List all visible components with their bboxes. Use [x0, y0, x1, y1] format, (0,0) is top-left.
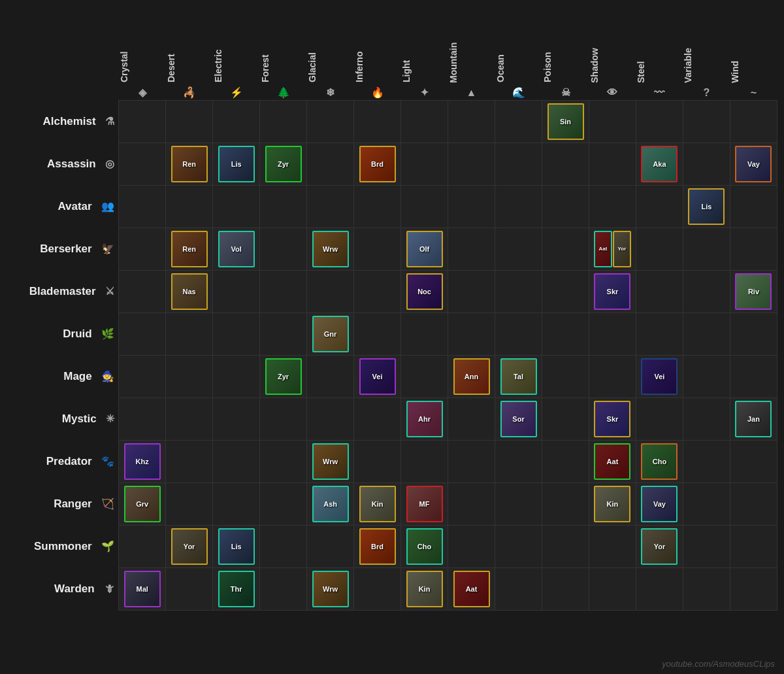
- cell-assassin-col10: [589, 143, 636, 186]
- champ-container: Aka: [640, 145, 678, 183]
- champ-portrait-rengar: Ren: [171, 231, 208, 267]
- row-icon: ⚗: [103, 116, 114, 127]
- row-header-avatar: Avatar 👥: [7, 186, 119, 228]
- champ-portrait-olaf: Olf: [406, 231, 443, 267]
- cell-blademaster-col7: [448, 271, 495, 313]
- cell-blademaster-col4: [307, 271, 354, 313]
- cell-warden-col9: [542, 568, 589, 611]
- champ-portrait-veigar: Vei: [641, 358, 678, 395]
- cell-assassin-col6: [401, 143, 448, 186]
- matrix-table: Crystal ◈ Desert 🦂 Electric ⚡ Forest 🌲 G…: [7, 7, 777, 611]
- cell-berserker-col11: [636, 228, 683, 271]
- col-label-ocean: Ocean: [495, 7, 506, 85]
- col-header-glacial: Glacial ❄: [307, 7, 354, 101]
- col-label-steel: Steel: [636, 7, 646, 86]
- champ-portrait-ahri: Ahr: [406, 401, 443, 437]
- champ-portrait-soraka: Sor: [500, 401, 537, 437]
- cell-ranger-col3: [260, 483, 307, 526]
- champ-container: Cho: [406, 528, 444, 565]
- cell-predator-col8: [495, 441, 542, 483]
- cell-alchemist-col13: [730, 101, 777, 143]
- cell-blademaster-col1: Nas: [166, 271, 213, 313]
- champ-container: Kin: [593, 485, 631, 523]
- col-header-inferno: Inferno 🔥: [354, 7, 401, 101]
- champ-container: Vay: [734, 145, 772, 183]
- champ-portrait-skarner: Skr: [594, 273, 630, 310]
- champ-container: Aat: [593, 443, 631, 480]
- col-icon-poison: ☠: [542, 85, 589, 100]
- row-label: Warden: [54, 582, 99, 595]
- champ-portrait-brand: Brd: [359, 528, 396, 565]
- cell-berserker-col1: Ren: [166, 228, 213, 271]
- cell-druid-col4: Gnr: [307, 313, 354, 356]
- row-icon: 🦅: [99, 243, 114, 254]
- cell-summoner-col5: Brd: [354, 526, 401, 568]
- champ-portrait-lissandra: Lis: [218, 528, 255, 565]
- cell-blademaster-col3: [260, 271, 307, 313]
- champ-portrait-annie: Ann: [453, 358, 490, 395]
- champ-container: Kin: [406, 570, 444, 608]
- row-header-assassin: Assassin ◎: [7, 143, 119, 186]
- col-label-inferno: Inferno: [354, 7, 365, 85]
- cell-berserker-col13: [730, 228, 777, 271]
- row-icon: ✳: [103, 413, 114, 424]
- col-header-shadow: Shadow 👁: [589, 7, 636, 101]
- champ-container: Ren: [171, 230, 208, 268]
- champ-portrait-yorick: Yor: [641, 528, 678, 565]
- cell-mage-col12: [683, 356, 730, 398]
- champ-container: Sor: [500, 400, 538, 438]
- cell-blademaster-col8: [495, 271, 542, 313]
- cell-ranger-col13: [730, 483, 777, 526]
- col-label-crystal: Crystal: [119, 7, 129, 85]
- col-label-electric: Electric: [213, 7, 223, 85]
- champ-portrait-zyra: Zyr: [265, 146, 302, 182]
- cell-predator-col13: [730, 441, 777, 483]
- cell-druid-col0: [119, 313, 166, 356]
- champ-portrait-khazix: Khz: [124, 443, 161, 480]
- champ-portrait-aatrox: Aat: [453, 571, 490, 607]
- champ-container: Ash: [312, 485, 350, 523]
- row-header-mystic: Mystic ✳: [7, 398, 119, 441]
- col-icon-mountain: ▲: [448, 86, 495, 100]
- row-label: Mystic: [62, 413, 101, 425]
- col-header-poison: Poison ☠: [542, 7, 589, 101]
- cell-druid-col10: [589, 313, 636, 356]
- champ-container: Tal: [500, 358, 538, 396]
- cell-alchemist-col7: [448, 101, 495, 143]
- champ-container: Cho: [640, 443, 678, 480]
- cell-avatar-col6: [401, 186, 448, 228]
- col-icon-shadow: 👁: [589, 86, 636, 100]
- cell-avatar-col11: [636, 186, 683, 228]
- champ-container: Kin: [359, 485, 397, 523]
- champ-container: Sin: [547, 103, 585, 141]
- champ-container: Wrw: [312, 230, 350, 268]
- cell-mystic-col3: [260, 398, 307, 441]
- champ-portrait-ashe: Ash: [312, 486, 349, 522]
- champ-container: Vol: [218, 230, 255, 268]
- cell-warden-col2: Thr: [213, 568, 260, 611]
- champ-pair: Aat Yor: [589, 231, 636, 267]
- cell-mage-col13: [730, 356, 777, 398]
- cell-ranger-col9: [542, 483, 589, 526]
- cell-blademaster-col9: [542, 271, 589, 313]
- col-icon-variable: ?: [683, 86, 730, 100]
- cell-avatar-col10: [589, 186, 636, 228]
- col-icon-forest: 🌲: [260, 85, 307, 100]
- matrix-container: Crystal ◈ Desert 🦂 Electric ⚡ Forest 🌲 G…: [7, 7, 777, 654]
- cell-avatar-col1: [166, 186, 213, 228]
- cell-berserker-col10: Aat Yor: [589, 228, 636, 271]
- cell-blademaster-col12: [683, 271, 730, 313]
- champ-container: Aat: [453, 570, 491, 608]
- cell-ranger-col11: Vay: [636, 483, 683, 526]
- cell-warden-col4: Wrw: [307, 568, 354, 611]
- col-label-poison: Poison: [542, 7, 553, 85]
- row-druid: Druid 🌿 Gnr: [7, 313, 777, 356]
- champ-container: Vay: [640, 485, 678, 523]
- champ-container: Ahr: [406, 400, 444, 438]
- cell-ranger-col10: Kin: [589, 483, 636, 526]
- row-berserker: Berserker 🦅 Ren Vol Wrw: [7, 228, 777, 271]
- champ-portrait-thresh: Thr: [218, 571, 255, 607]
- cell-avatar-col4: [307, 186, 354, 228]
- cell-assassin-col5: Brd: [354, 143, 401, 186]
- cell-summoner-col12: [683, 526, 730, 568]
